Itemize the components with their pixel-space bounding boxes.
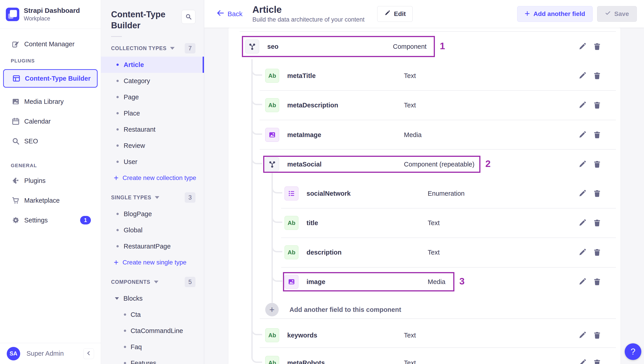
edit-field-icon[interactable] bbox=[578, 358, 586, 364]
sidebar-item-seo[interactable]: SEO bbox=[0, 133, 101, 149]
delete-field-icon[interactable] bbox=[593, 189, 601, 198]
field-type: Media bbox=[404, 131, 422, 139]
create-new-collection-type-link[interactable]: +Create new collection type bbox=[101, 170, 204, 186]
page-subtitle: Build the data architecture of your cont… bbox=[252, 16, 365, 23]
delete-field-icon[interactable] bbox=[593, 219, 601, 227]
component-group-blocks[interactable]: Blocks bbox=[101, 290, 204, 306]
sidebar-item-content-type-builder[interactable]: Content-Type Builder bbox=[3, 69, 98, 88]
sidebar-item-label: Calendar bbox=[24, 118, 51, 125]
field-name: keywords bbox=[287, 332, 404, 339]
sidebar-item-calendar[interactable]: Calendar bbox=[0, 113, 101, 129]
app-title: Strapi Dashboard bbox=[24, 7, 80, 14]
text-field-icon: Ab bbox=[265, 98, 279, 112]
bullet-icon bbox=[124, 330, 126, 332]
add-field-to-component-row[interactable]: +Add another field to this component bbox=[228, 295, 620, 324]
edit-field-icon[interactable] bbox=[578, 130, 586, 139]
field-row-metasocial: metaSocialComponent (repeatable) bbox=[228, 150, 620, 179]
sidebar-item-plugins[interactable]: Plugins bbox=[0, 172, 101, 189]
edit-field-icon[interactable] bbox=[578, 160, 586, 168]
sidebar-item-content-manager[interactable]: Content Manager bbox=[0, 36, 101, 52]
component-item-label: Features bbox=[130, 359, 156, 364]
component-item-ctacommandline[interactable]: CtaCommandLine bbox=[101, 323, 204, 339]
type-item-user[interactable]: User bbox=[101, 154, 204, 170]
field-name: socialNetwork bbox=[306, 190, 428, 197]
edit-field-icon[interactable] bbox=[578, 189, 586, 198]
component-item-faq[interactable]: Faq bbox=[101, 339, 204, 355]
panel-title: Content-Type Builder bbox=[111, 9, 178, 31]
delete-field-icon[interactable] bbox=[593, 248, 601, 257]
type-item-label: Review bbox=[124, 142, 145, 149]
create-new-single-type-link[interactable]: +Create new single type bbox=[101, 254, 204, 271]
sidebar-item-label: Marketplace bbox=[24, 197, 60, 204]
edit-field-icon[interactable] bbox=[578, 248, 586, 257]
sidebar-item-media-library[interactable]: Media Library bbox=[0, 93, 101, 110]
chevron-down-icon bbox=[170, 47, 174, 50]
edit-field-icon[interactable] bbox=[578, 42, 586, 51]
page-header: Back Article Build the data architecture… bbox=[204, 0, 644, 28]
pencil-icon bbox=[384, 10, 390, 18]
type-item-page[interactable]: Page bbox=[101, 89, 204, 105]
component-field-icon bbox=[265, 157, 279, 171]
section-label: SINGLE TYPES bbox=[111, 195, 151, 201]
edit-field-icon[interactable] bbox=[578, 219, 586, 227]
plus-circle-icon[interactable]: + bbox=[265, 303, 279, 316]
delete-field-icon[interactable] bbox=[593, 160, 601, 168]
component-item-features[interactable]: Features bbox=[101, 355, 204, 364]
page-title: Article bbox=[252, 5, 365, 15]
plus-icon: + bbox=[114, 258, 118, 266]
section-header-components[interactable]: COMPONENTS5 bbox=[101, 274, 204, 290]
delete-field-icon[interactable] bbox=[593, 71, 601, 80]
annotation-number-1: 1 bbox=[440, 41, 445, 52]
back-label: Back bbox=[228, 10, 242, 18]
type-item-blogpage[interactable]: BlogPage bbox=[101, 206, 204, 222]
add-another-field-button[interactable]: + Add another field bbox=[517, 6, 592, 22]
field-row-image: imageMedia bbox=[228, 267, 620, 296]
add-field-to-component-label: Add another field to this component bbox=[290, 306, 401, 313]
field-row-metatitle: AbmetaTitleText bbox=[228, 61, 620, 90]
text-field-icon: Ab bbox=[265, 356, 279, 364]
save-button[interactable]: Save bbox=[597, 6, 637, 22]
type-item-place[interactable]: Place bbox=[101, 105, 204, 121]
edit-field-icon[interactable] bbox=[578, 331, 586, 339]
layout-icon bbox=[12, 74, 20, 82]
sidebar-item-marketplace[interactable]: Marketplace bbox=[0, 192, 101, 209]
strapi-logo-icon[interactable] bbox=[6, 8, 19, 21]
type-item-restaurantpage[interactable]: RestaurantPage bbox=[101, 238, 204, 254]
row-actions bbox=[578, 358, 601, 364]
type-item-article[interactable]: Article bbox=[101, 57, 204, 73]
edit-button[interactable]: Edit bbox=[377, 6, 413, 22]
delete-field-icon[interactable] bbox=[593, 101, 601, 109]
type-item-restaurant[interactable]: Restaurant bbox=[101, 121, 204, 137]
collapse-sidebar-button[interactable] bbox=[83, 348, 94, 359]
component-item-label: Faq bbox=[130, 343, 142, 351]
sidebar-item-label: Content Manager bbox=[24, 41, 74, 48]
delete-field-icon[interactable] bbox=[593, 130, 601, 139]
bullet-icon bbox=[116, 64, 119, 66]
type-item-category[interactable]: Category bbox=[101, 73, 204, 89]
delete-field-icon[interactable] bbox=[593, 358, 601, 364]
section-header-collection-types[interactable]: COLLECTION TYPES7 bbox=[101, 40, 204, 57]
search-icon bbox=[12, 137, 20, 145]
edit-field-icon[interactable] bbox=[578, 101, 586, 109]
page-title-block: Article Build the data architecture of y… bbox=[252, 5, 365, 23]
sidebar-item-label: Settings bbox=[24, 217, 48, 224]
help-button[interactable]: ? bbox=[625, 343, 641, 360]
search-button[interactable] bbox=[182, 10, 196, 24]
type-item-review[interactable]: Review bbox=[101, 137, 204, 154]
edit-field-icon[interactable] bbox=[578, 71, 586, 80]
field-name: title bbox=[306, 219, 428, 227]
edit-field-icon[interactable] bbox=[578, 277, 586, 286]
back-link[interactable]: Back bbox=[216, 9, 242, 19]
delete-field-icon[interactable] bbox=[593, 42, 601, 51]
check-icon bbox=[605, 10, 611, 18]
component-item-cta[interactable]: Cta bbox=[101, 306, 204, 323]
avatar[interactable]: SA bbox=[7, 347, 20, 360]
delete-field-icon[interactable] bbox=[593, 331, 601, 339]
section-header-single-types[interactable]: SINGLE TYPES3 bbox=[101, 189, 204, 206]
bullet-icon bbox=[116, 229, 119, 231]
sidebar-item-settings[interactable]: Settings1 bbox=[0, 212, 101, 228]
bullet-icon bbox=[116, 161, 119, 163]
annotation-number-3: 3 bbox=[459, 276, 464, 287]
delete-field-icon[interactable] bbox=[593, 277, 601, 286]
type-item-global[interactable]: Global bbox=[101, 222, 204, 238]
